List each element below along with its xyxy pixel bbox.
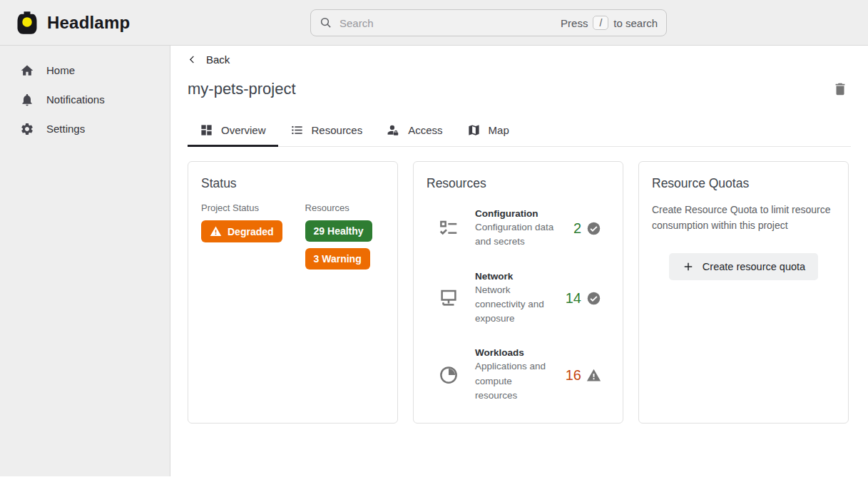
- page-title: my-pets-project: [188, 80, 296, 98]
- create-resource-quota-button[interactable]: Create resource quota: [669, 253, 818, 280]
- resource-count: 2: [573, 220, 581, 237]
- resource-count: 16: [566, 367, 581, 384]
- resources-status-label: Resources: [305, 202, 372, 213]
- headlamp-logo-icon: [14, 10, 40, 36]
- main-content: Back my-pets-project: [170, 46, 868, 476]
- healthy-count-badge: 29 Healthy: [305, 220, 372, 242]
- person-lock-icon: [387, 123, 400, 137]
- tab-label: Map: [489, 124, 509, 136]
- list-icon: [290, 123, 304, 137]
- tab-label: Resources: [312, 124, 363, 136]
- resource-title: Network: [475, 271, 555, 282]
- tab-resources[interactable]: Resources: [278, 116, 375, 146]
- check-circle-icon: [586, 221, 601, 236]
- app-title: Headlamp: [47, 13, 130, 33]
- tab-label: Access: [408, 124, 442, 136]
- degraded-status-badge: Degraded: [201, 220, 282, 242]
- gear-icon: [20, 122, 34, 136]
- resource-count: 14: [566, 290, 581, 307]
- project-status-label: Project Status: [201, 202, 282, 213]
- tab-map[interactable]: Map: [455, 116, 521, 146]
- network-icon: [438, 287, 459, 309]
- resources-status-column: Resources 29 Healthy 3 Warning: [305, 202, 372, 276]
- sidebar-item-notifications[interactable]: Notifications: [0, 85, 170, 114]
- resource-row-workloads[interactable]: Workloads Applications and compute resou…: [427, 347, 610, 403]
- chevron-left-icon: [188, 55, 197, 64]
- workloads-icon: [438, 364, 459, 386]
- plus-icon: [682, 260, 695, 273]
- tab-label: Overview: [221, 124, 266, 136]
- warning-triangle-icon: [210, 225, 222, 237]
- search-shortcut-hint: Press / to search: [561, 16, 658, 30]
- sidebar-item-label: Notifications: [46, 93, 105, 106]
- resource-quotas-description: Create Resource Quota to limit resource …: [652, 202, 835, 233]
- app-logo[interactable]: Headlamp: [14, 10, 130, 36]
- trash-icon: [832, 81, 848, 97]
- resource-title: Configuration: [475, 208, 555, 219]
- warning-triangle-icon: [586, 368, 601, 383]
- resource-description: Applications and compute resources: [475, 359, 555, 403]
- sidebar-item-label: Home: [46, 64, 75, 76]
- search-icon: [320, 16, 332, 29]
- status-card-title: Status: [201, 176, 384, 191]
- overview-icon: [200, 123, 213, 137]
- slash-keycap: /: [593, 16, 608, 30]
- resource-description: Network connectivity and exposure: [475, 283, 555, 327]
- sidebar-item-label: Settings: [46, 123, 85, 135]
- status-card: Status Project Status: [188, 161, 398, 424]
- search-placeholder: Search: [339, 17, 374, 29]
- bell-icon: [20, 93, 34, 107]
- delete-project-button[interactable]: [829, 78, 851, 100]
- sidebar: Home Notifications Settings: [0, 46, 170, 476]
- back-button[interactable]: Back: [188, 53, 230, 66]
- resource-row-network[interactable]: Network Network connectivity and exposur…: [427, 271, 610, 327]
- map-icon: [467, 123, 481, 137]
- resource-description: Configuration data and secrets: [475, 220, 555, 250]
- sidebar-item-home[interactable]: Home: [0, 56, 170, 85]
- resources-card: Resources Configuration: [413, 161, 623, 424]
- configuration-icon: [438, 218, 459, 240]
- warning-count-badge: 3 Warning: [305, 248, 370, 270]
- check-circle-icon: [586, 291, 601, 306]
- search-input[interactable]: Search Press / to search: [310, 9, 667, 36]
- tab-access[interactable]: Access: [374, 116, 454, 146]
- resource-quotas-card-title: Resource Quotas: [652, 176, 835, 191]
- project-status-column: Project Status Degraded: [201, 202, 282, 276]
- sidebar-item-settings[interactable]: Settings: [0, 114, 170, 143]
- resources-card-title: Resources: [427, 176, 610, 191]
- resource-quotas-card: Resource Quotas Create Resource Quota to…: [638, 161, 849, 424]
- home-icon: [20, 63, 34, 78]
- resource-title: Workloads: [475, 347, 555, 358]
- resource-row-configuration[interactable]: Configuration Configuration data and sec…: [427, 208, 610, 250]
- app-header: Headlamp Search Press / to search: [0, 0, 868, 46]
- back-label: Back: [206, 53, 230, 66]
- project-tabs: Overview Resources: [188, 116, 851, 147]
- tab-overview[interactable]: Overview: [188, 116, 278, 146]
